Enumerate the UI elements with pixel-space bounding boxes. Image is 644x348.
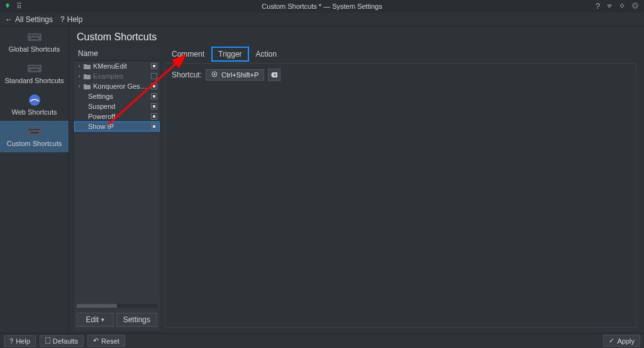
enable-checkbox[interactable] <box>151 83 157 89</box>
sidebar-item-label: Global Shortcuts <box>9 45 60 53</box>
bottom-bar: ? Help Defaults ↶ Reset ✓ Apply <box>0 333 644 348</box>
tab-panel-trigger: Shortcut: Ctrl+Shift+P <box>165 63 636 328</box>
help-icon: ? <box>9 337 13 345</box>
list-item-label: Poweroff <box>88 113 148 120</box>
help-menu[interactable]: ? Help <box>60 15 82 24</box>
defaults-button-label: Defaults <box>53 337 78 345</box>
list-header-name[interactable]: Name <box>74 47 160 61</box>
svg-rect-14 <box>36 66 38 67</box>
list-item-label: Konqueror Gestures <box>93 82 148 90</box>
svg-rect-9 <box>28 65 42 72</box>
shortcut-input-button[interactable]: Ctrl+Shift+P <box>206 69 264 81</box>
help-button[interactable]: ? Help <box>4 335 36 347</box>
defaults-button[interactable]: Defaults <box>40 335 84 347</box>
svg-rect-18 <box>28 128 42 135</box>
enable-checkbox[interactable] <box>151 63 157 69</box>
expand-icon[interactable]: › <box>77 83 82 89</box>
tab-trigger[interactable]: Trigger <box>211 47 249 62</box>
apply-button[interactable]: ✓ Apply <box>603 335 640 347</box>
tabs: Comment Trigger Action <box>162 47 639 62</box>
reset-button[interactable]: ↶ Reset <box>87 335 125 347</box>
svg-rect-8 <box>31 38 38 39</box>
app-icon <box>4 3 11 10</box>
edit-button[interactable]: Edit ▾ <box>77 313 114 327</box>
enable-checkbox[interactable] <box>151 93 157 99</box>
expand-icon[interactable]: › <box>77 73 82 79</box>
pin-icon[interactable]: ⠿ <box>15 3 23 10</box>
svg-rect-12 <box>33 66 34 67</box>
svg-rect-19 <box>29 129 30 130</box>
all-settings-button[interactable]: ← All Settings <box>5 15 53 24</box>
help-button-label: Help <box>16 337 30 345</box>
sidebar: Global Shortcuts Standard Shortcuts Web … <box>0 26 69 333</box>
check-icon: ✓ <box>609 337 614 345</box>
enable-checkbox[interactable] <box>151 73 157 79</box>
list-item-label: Show IP <box>88 123 148 130</box>
svg-rect-10 <box>29 66 30 67</box>
svg-rect-3 <box>31 35 32 36</box>
svg-rect-20 <box>31 129 32 130</box>
expand-icon[interactable]: › <box>77 63 82 69</box>
svg-rect-23 <box>36 129 38 130</box>
svg-rect-4 <box>33 35 34 36</box>
help-icon: ? <box>60 15 65 24</box>
clear-icon <box>271 72 277 79</box>
list-settings-button[interactable]: Settings <box>116 313 157 327</box>
window-title: Custom Shortcuts * — System Settings <box>262 3 382 10</box>
svg-rect-13 <box>35 66 36 67</box>
svg-rect-7 <box>38 35 40 36</box>
gear-icon <box>211 71 218 79</box>
globe-icon <box>26 94 43 106</box>
page-title: Custom Shortcuts <box>69 26 644 47</box>
enable-checkbox[interactable] <box>151 113 157 120</box>
list-item-label: Examples <box>93 72 148 80</box>
svg-rect-15 <box>38 66 40 67</box>
minimize-icon[interactable] <box>606 2 613 11</box>
tab-action[interactable]: Action <box>249 47 284 62</box>
clear-shortcut-button[interactable] <box>268 69 280 81</box>
keyboard-icon <box>26 126 43 137</box>
svg-rect-16 <box>31 69 38 70</box>
maximize-icon[interactable] <box>619 2 625 11</box>
list-scrollbar[interactable] <box>77 304 157 308</box>
sidebar-item-web-shortcuts[interactable]: Web Shortcuts <box>0 89 69 121</box>
svg-point-17 <box>29 94 40 106</box>
tab-comment[interactable]: Comment <box>165 47 211 62</box>
list-item[interactable]: Settings <box>74 91 160 101</box>
list-item-label: Settings <box>88 93 148 100</box>
settings-button-label: Settings <box>123 315 150 324</box>
keyboard-icon <box>26 63 43 74</box>
enable-checkbox[interactable] <box>151 123 157 130</box>
close-icon[interactable] <box>631 2 639 11</box>
sidebar-item-standard-shortcuts[interactable]: Standard Shortcuts <box>0 58 69 89</box>
titlebar: ⠿ Custom Shortcuts * — System Settings ? <box>0 0 644 13</box>
folder-icon <box>83 73 91 79</box>
svg-rect-21 <box>33 129 34 130</box>
sidebar-item-custom-shortcuts[interactable]: Custom Shortcuts <box>0 121 69 152</box>
sidebar-item-global-shortcuts[interactable]: Global Shortcuts <box>0 26 69 58</box>
svg-rect-11 <box>31 66 32 67</box>
svg-rect-24 <box>38 129 40 130</box>
back-icon: ← <box>5 15 13 24</box>
list-item[interactable]: Poweroff <box>74 111 160 121</box>
enable-checkbox[interactable] <box>151 103 157 109</box>
svg-rect-22 <box>35 129 36 130</box>
document-icon <box>45 337 50 345</box>
list-item[interactable]: ›Examples <box>74 71 160 81</box>
svg-rect-25 <box>31 132 38 133</box>
list-item[interactable]: ›KMenuEdit <box>74 61 160 71</box>
list-item[interactable]: ›Konqueror Gestures <box>74 81 160 91</box>
chevron-down-icon: ▾ <box>101 317 104 323</box>
list-item[interactable]: Show IP <box>74 121 160 132</box>
all-settings-label: All Settings <box>15 15 53 24</box>
help-titlebar-icon[interactable]: ? <box>596 2 600 11</box>
sidebar-item-label: Custom Shortcuts <box>7 140 62 147</box>
shortcut-field-label: Shortcut: <box>172 70 202 79</box>
list-item[interactable]: Suspend <box>74 101 160 111</box>
toolbar: ← All Settings ? Help <box>0 13 644 26</box>
shortcut-value: Ctrl+Shift+P <box>221 71 258 79</box>
svg-point-27 <box>214 74 216 76</box>
shortcut-list-panel: Name ›KMenuEdit›Examples›Konqueror Gestu… <box>74 47 160 330</box>
edit-button-label: Edit <box>86 315 99 324</box>
apply-button-label: Apply <box>617 337 635 345</box>
